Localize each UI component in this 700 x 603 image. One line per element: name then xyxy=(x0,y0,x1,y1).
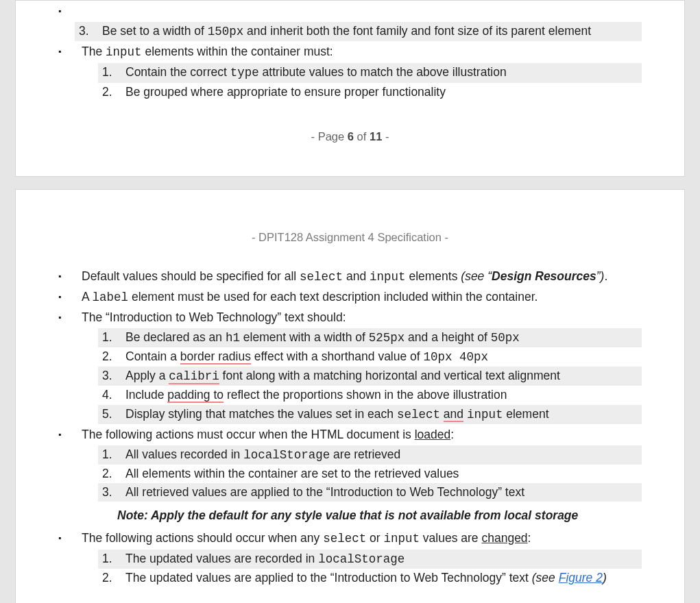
list-item: The input elements within the container … xyxy=(58,42,642,101)
page-6-tail: ▪ Be set to a width of 150px and inherit… xyxy=(15,0,685,177)
list-item: The following actions must occur when th… xyxy=(58,426,642,526)
header-text: DPIT128 Assignment 4 Specification xyxy=(258,231,442,243)
ordered-text: Include padding to reflect the proportio… xyxy=(125,388,507,403)
ordered-text: The updated values are applied to the “I… xyxy=(125,571,607,584)
page-number: - Page 6 of 11 - xyxy=(58,130,642,143)
ordered-item: The updated values are applied to the “I… xyxy=(98,569,642,587)
ordered-text: All values recorded in localStorage are … xyxy=(125,447,400,461)
list-item: The “Introduction to Web Technology” tex… xyxy=(58,308,642,424)
pager-cur: 6 xyxy=(348,130,354,143)
ordered-item: Be grouped where appropriate to ensure p… xyxy=(98,83,642,101)
ordered-item: All values recorded in localStorage are … xyxy=(98,445,642,465)
bullet-text: The following actions should occur when … xyxy=(82,531,531,545)
ordered-item: All elements within the container are se… xyxy=(98,465,642,483)
note: Note: Apply the default for any style va… xyxy=(114,506,642,525)
ordered-text: Contain a border radius effect with a sh… xyxy=(125,349,488,363)
ordered-item: Be set to a width of 150px and inherit b… xyxy=(75,22,642,41)
bullet-text: A label element must be used for each te… xyxy=(82,290,538,304)
list-item: Default values should be specified for a… xyxy=(58,267,642,286)
ordered-item: Contain the correct type attribute value… xyxy=(98,63,642,82)
ordered-item: Apply a calibri font along with a matchi… xyxy=(98,367,642,386)
list-item: The following actions should occur when … xyxy=(58,529,642,587)
page-7: - DPIT128 Assignment 4 Specification - D… xyxy=(15,189,685,603)
ordered-text: Display styling that matches the values … xyxy=(125,407,549,421)
ordered-item: Include padding to reflect the proportio… xyxy=(98,386,642,404)
bullet-text: The input elements within the container … xyxy=(82,45,333,58)
pager-pre: Page xyxy=(318,130,345,143)
list-item: ▪ Be set to a width of 150px and inherit… xyxy=(58,2,642,41)
bullet-text: The following actions must occur when th… xyxy=(82,428,454,441)
ordered-item: Display styling that matches the values … xyxy=(98,405,642,424)
ordered-text: All retrieved values are applied to the … xyxy=(125,485,524,499)
ordered-text: Be declared as an h1 element with a widt… xyxy=(125,330,520,344)
bullet-text: Default values should be specified for a… xyxy=(82,269,607,283)
pager-total: 11 xyxy=(370,130,382,143)
ordered-item: Contain a border radius effect with a sh… xyxy=(98,347,642,367)
figure-2-link[interactable]: Figure 2 xyxy=(559,571,603,584)
ordered-item: All retrieved values are applied to the … xyxy=(98,483,642,502)
ordered-text: Apply a calibri font along with a matchi… xyxy=(125,369,560,382)
list-item: A label element must be used for each te… xyxy=(58,288,642,307)
pager-of: of xyxy=(357,130,367,143)
ordered-text: All elements within the container are se… xyxy=(125,467,459,480)
ordered-item: Be declared as an h1 element with a widt… xyxy=(98,328,642,347)
page-header: - DPIT128 Assignment 4 Specification - xyxy=(58,231,642,244)
ordered-text: Contain the correct type attribute value… xyxy=(125,65,507,79)
bullet-text: The “Introduction to Web Technology” tex… xyxy=(82,310,346,324)
ordered-text: Be set to a width of 150px and inherit b… xyxy=(102,24,591,38)
ordered-text: Be grouped where appropriate to ensure p… xyxy=(125,85,446,99)
ordered-item: The updated values are recorded in local… xyxy=(98,550,642,569)
ordered-text: The updated values are recorded in local… xyxy=(125,552,405,565)
